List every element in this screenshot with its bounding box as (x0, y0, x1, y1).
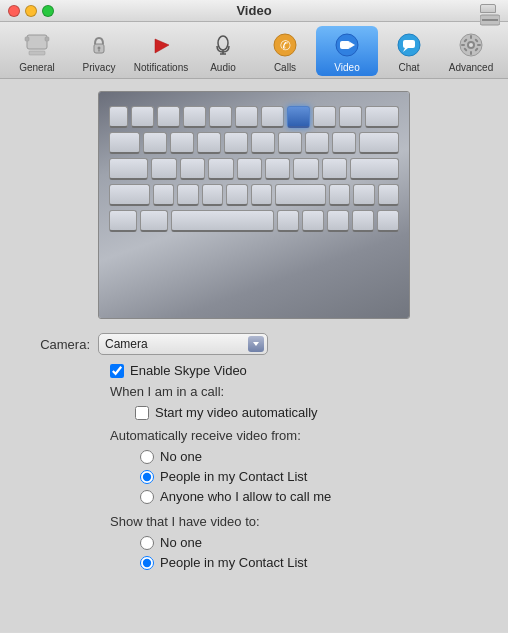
receive-option-2: Anyone who I allow to call me (140, 489, 488, 504)
start-video-row: Start my video automatically (20, 405, 488, 420)
toolbar-item-privacy[interactable]: Privacy (68, 26, 130, 76)
chat-icon (393, 29, 425, 61)
toolbar-item-calls[interactable]: ✆ Calls (254, 26, 316, 76)
window-title: Video (236, 3, 271, 18)
toolbar-label-calls: Calls (274, 62, 296, 73)
when-in-call-label: When I am in a call: (20, 384, 488, 399)
show-radio-group: No one People in my Contact List (20, 535, 488, 570)
calls-icon: ✆ (269, 29, 301, 61)
svg-marker-9 (155, 39, 169, 53)
audio-icon (207, 29, 239, 61)
show-video-label: Show that I have video to: (20, 514, 488, 529)
show-contacts-radio[interactable] (140, 556, 154, 570)
svg-rect-3 (25, 37, 29, 41)
titlebar: Video (0, 0, 508, 22)
toolbar-item-notifications[interactable]: Notifications (130, 26, 192, 76)
toolbar-item-audio[interactable]: Audio (192, 26, 254, 76)
receive-option-1: People in my Contact List (140, 469, 488, 484)
toolbar: General Privacy Notifications (0, 22, 508, 79)
camera-row: Camera: Camera (20, 333, 488, 355)
toolbar-item-general[interactable]: General (6, 26, 68, 76)
maximize-button[interactable] (42, 5, 54, 17)
receive-anyone-label: Anyone who I allow to call me (160, 489, 331, 504)
auto-receive-label: Automatically receive video from: (20, 428, 488, 443)
camera-select[interactable]: Camera (98, 333, 268, 355)
toolbar-item-chat[interactable]: Chat (378, 26, 440, 76)
toolbar-label-chat: Chat (398, 62, 419, 73)
svg-rect-25 (470, 51, 472, 55)
video-preview-container (20, 91, 488, 319)
advanced-icon (455, 29, 487, 61)
toolbar-item-video[interactable]: Video (316, 26, 378, 76)
svg-point-7 (98, 47, 101, 50)
video-icon (331, 29, 363, 61)
svg-text:✆: ✆ (280, 38, 291, 53)
enable-video-label: Enable Skype Video (130, 363, 247, 378)
privacy-icon (83, 29, 115, 61)
close-button[interactable] (8, 5, 20, 17)
enable-video-checkbox[interactable] (110, 364, 124, 378)
svg-rect-1 (482, 19, 498, 21)
toolbar-label-video: Video (334, 62, 359, 73)
receive-contacts-radio[interactable] (140, 470, 154, 484)
enable-video-row: Enable Skype Video (20, 363, 488, 378)
camera-select-wrapper: Camera (98, 333, 268, 355)
svg-rect-24 (470, 35, 472, 39)
show-none-label: No one (160, 535, 202, 550)
receive-none-radio[interactable] (140, 450, 154, 464)
svg-rect-19 (403, 40, 415, 48)
show-option-1: People in my Contact List (140, 555, 488, 570)
svg-rect-27 (477, 44, 481, 46)
show-none-radio[interactable] (140, 536, 154, 550)
toolbar-label-advanced: Advanced (449, 62, 493, 73)
svg-point-10 (218, 36, 228, 50)
show-option-0: No one (140, 535, 488, 550)
window-controls[interactable] (8, 5, 54, 17)
toolbar-item-advanced[interactable]: Advanced (440, 26, 502, 76)
receive-none-label: No one (160, 449, 202, 464)
minimize-button[interactable] (25, 5, 37, 17)
receive-option-0: No one (140, 449, 488, 464)
start-video-checkbox[interactable] (135, 406, 149, 420)
toolbar-label-general: General (19, 62, 55, 73)
video-preview (98, 91, 410, 319)
receive-contacts-label: People in my Contact List (160, 469, 307, 484)
toolbar-label-privacy: Privacy (83, 62, 116, 73)
svg-rect-4 (45, 37, 49, 41)
svg-point-23 (469, 43, 473, 47)
svg-rect-16 (340, 41, 350, 49)
notifications-icon (145, 29, 177, 61)
toolbar-label-notifications: Notifications (134, 62, 188, 73)
content-area: Camera: Camera Enable Skype Video When I… (0, 79, 508, 632)
svg-rect-5 (29, 51, 45, 55)
show-contacts-label: People in my Contact List (160, 555, 307, 570)
general-icon (21, 29, 53, 61)
toolbar-label-audio: Audio (210, 62, 236, 73)
start-video-label: Start my video automatically (155, 405, 318, 420)
svg-rect-2 (27, 35, 47, 49)
svg-rect-26 (461, 44, 465, 46)
receive-anyone-radio[interactable] (140, 490, 154, 504)
camera-label: Camera: (20, 337, 90, 352)
resize-handle[interactable] (480, 4, 500, 18)
receive-radio-group: No one People in my Contact List Anyone … (20, 449, 488, 504)
